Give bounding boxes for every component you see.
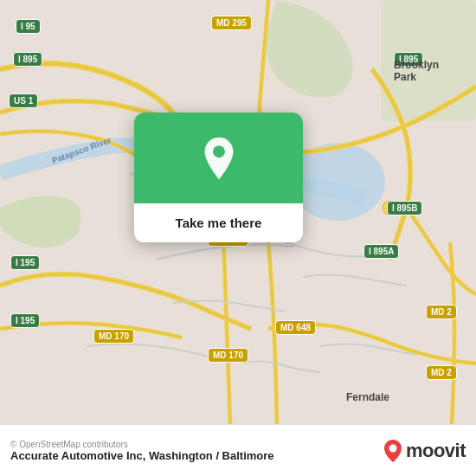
road-badge-i895b: I 895B [387,201,422,215]
bottom-bar: © OpenStreetMap contributors Accurate Au… [0,424,476,476]
map-label-brooklyn-park: BrooklynPark [394,59,439,83]
road-badge-us1: US 1 [9,93,38,108]
road-badge-md170-bot1: MD 170 [93,329,134,344]
bottom-info: © OpenStreetMap contributors Accurate Au… [10,440,274,462]
popup-tail [211,203,232,217]
road-badge-i195: I 195 [10,255,40,270]
road-badge-md2-bot: MD 2 [426,365,457,380]
road-badge-i195-bot: I 195 [10,313,40,328]
moovit-logo: moovit [383,439,466,463]
road-badge-md648: MD 648 [275,320,316,335]
road-badge-md2-top: MD 2 [426,305,457,319]
road-badge-i895a: I 895A [363,244,399,259]
svg-point-6 [213,145,225,158]
map-label-ferndale: Ferndale [346,391,389,403]
road-badge-md295: MD 295 [211,16,252,30]
popup-green-area [134,113,303,203]
copyright-text: © OpenStreetMap contributors [10,440,274,449]
road-badge-i895-left: I 895 [13,52,42,67]
popup-card: Take me there [134,113,303,242]
svg-point-7 [389,444,396,452]
location-name: Accurate Automotive Inc, Washington / Ba… [10,449,274,462]
road-badge-md170-bot2: MD 170 [208,348,248,363]
location-pin-icon [196,136,241,181]
moovit-pin-icon [383,439,402,463]
map-container: I 95 MD 295 I 895 I 895 US 1 I 895B MD 1… [0,0,476,424]
road-badge-i95: I 95 [16,19,41,34]
moovit-brand-text: moovit [406,440,466,462]
